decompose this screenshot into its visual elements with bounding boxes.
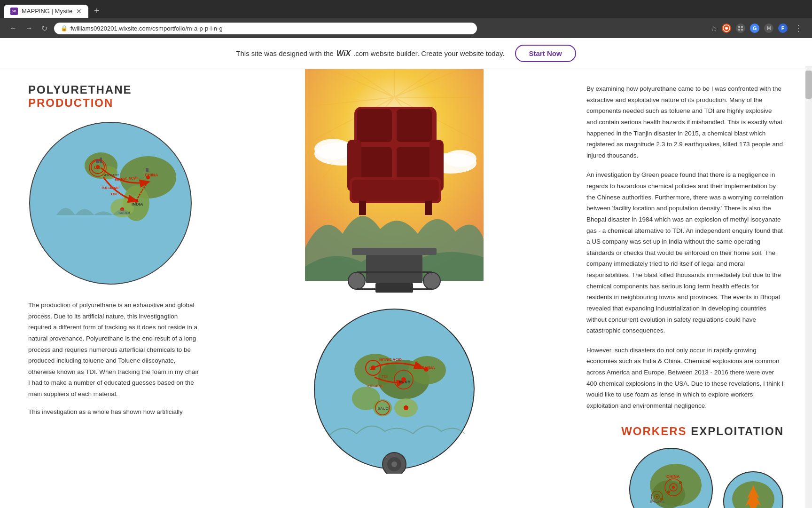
svg-point-42: [314, 139, 352, 159]
svg-point-82: [401, 377, 406, 382]
workers-map-section: CHINA BHOPAL: [586, 447, 784, 508]
banner-text-after: .com website builder. Create your websit…: [353, 49, 505, 57]
svg-rect-47: [397, 109, 432, 142]
svg-rect-2: [738, 26, 740, 28]
reload-button[interactable]: ↻: [39, 22, 49, 35]
svg-point-1: [725, 27, 728, 30]
map-illustration-svg: UK CHINA INDIA NITRIC ACID TDI TOLUENE G…: [28, 121, 193, 286]
wix-banner: This site was designed with the WiX .com…: [0, 38, 812, 69]
svg-point-59: [348, 272, 365, 289]
page-content: POLYURETHANE PRODUCTION: [0, 69, 812, 508]
extensions-icon: [736, 24, 745, 33]
svg-text:TOLUENE: TOLUENE: [101, 186, 119, 190]
svg-text:CHINA: CHINA: [666, 474, 680, 479]
svg-point-86: [391, 461, 397, 467]
svg-point-26: [134, 199, 138, 203]
start-now-button[interactable]: Start Now: [515, 45, 576, 62]
svg-text:SAUDI: SAUDI: [378, 406, 389, 411]
svg-rect-58: [375, 283, 413, 293]
workers-map-large: CHINA BHOPAL: [629, 447, 713, 508]
workers-title: WORKERS EXPLOITATION: [586, 425, 784, 438]
svg-text:INDIA: INDIA: [132, 202, 143, 206]
tab-close-button[interactable]: ✕: [76, 8, 82, 15]
svg-rect-56: [352, 248, 437, 255]
svg-point-24: [96, 165, 100, 169]
svg-text:TDI: TDI: [382, 374, 388, 379]
forward-button[interactable]: →: [23, 22, 35, 34]
svg-point-80: [371, 365, 375, 370]
svg-rect-5: [741, 29, 743, 31]
right-paragraph-1: By examining how polyurethane came to be…: [586, 83, 784, 161]
svg-point-99: [679, 481, 682, 484]
url-input[interactable]: 🔒 fwilliams0920201.wixsite.com/csmportfo…: [54, 23, 477, 34]
svg-point-95: [656, 496, 658, 498]
profile-icon[interactable]: F: [778, 24, 788, 33]
svg-point-83: [404, 405, 408, 410]
svg-rect-3: [741, 26, 743, 28]
title-highlight: PRODUCTION: [28, 96, 113, 109]
workers-plain: EXPLOITATION: [687, 425, 784, 437]
active-tab[interactable]: W MAPPING | Mysite ✕: [4, 5, 88, 18]
svg-text:BHOPAL: BHOPAL: [650, 500, 665, 504]
menu-button[interactable]: ⋮: [792, 21, 804, 35]
svg-point-44: [444, 150, 476, 167]
puzzle-icon: [764, 24, 773, 33]
svg-text:TDI: TDI: [110, 192, 117, 196]
wix-logo: WiX: [336, 49, 351, 58]
center-column: UK CHINA INDIA SAUDI NITRIC ACID TDI TOL…: [211, 69, 577, 508]
production-map-circle: UK CHINA INDIA NITRIC ACID TDI TOLUENE G…: [28, 121, 193, 286]
svg-rect-23: [146, 168, 148, 172]
url-text: fwilliams0920201.wixsite.com/csmportfoli…: [70, 25, 223, 32]
svg-rect-48: [357, 147, 392, 180]
svg-point-92: [672, 486, 675, 489]
svg-rect-21: [96, 159, 99, 163]
svg-text:GERMANY: GERMANY: [102, 174, 119, 177]
browser-chrome: W MAPPING | Mysite ✕ + ← → ↻ 🔒 fwilliams…: [0, 0, 812, 38]
favicon-letter: W: [12, 9, 16, 13]
security-lock-icon: 🔒: [61, 25, 68, 32]
bookmark-icon[interactable]: ☆: [710, 24, 717, 33]
tab-favicon: W: [10, 8, 18, 15]
svg-rect-46: [357, 109, 392, 142]
chrome-icon: [722, 24, 731, 33]
scrollbar-track[interactable]: [805, 66, 812, 508]
right-paragraph-3: However, such disasters do not only occu…: [586, 345, 784, 412]
svg-rect-49: [397, 147, 432, 180]
svg-point-81: [424, 367, 429, 372]
right-paragraph-2: An investigation by Green peace found th…: [586, 169, 784, 336]
bottom-paragraph-2: This investigation as a whole has shown …: [28, 406, 202, 418]
svg-point-100: [660, 498, 663, 500]
svg-point-6: [30, 122, 191, 284]
back-button[interactable]: ←: [8, 22, 19, 34]
left-column: POLYURETHANE PRODUCTION: [0, 69, 211, 508]
browser-toolbar-right: ☆ G F ⋮: [710, 21, 804, 35]
new-tab-button[interactable]: +: [90, 4, 103, 18]
workers-map-small: BHOPAL DISASTER: [723, 471, 784, 508]
google-icon: G: [750, 24, 759, 33]
svg-rect-4: [738, 29, 740, 31]
svg-point-98: [667, 491, 670, 493]
svg-point-25: [146, 175, 150, 179]
bottom-paragraph-1: The production of polyurethane is an exh…: [28, 300, 202, 400]
tab-title: MAPPING | Mysite: [22, 8, 72, 15]
right-column: By examining how polyurethane came to be…: [577, 69, 812, 508]
workers-highlight: WORKERS: [621, 425, 687, 437]
address-bar: ← → ↻ 🔒 fwilliams0920201.wixsite.com/csm…: [0, 18, 812, 38]
svg-text:TOLUENE: TOLUENE: [366, 384, 384, 388]
banner-text-before: This site was designed with the: [236, 49, 334, 57]
svg-rect-55: [425, 201, 432, 215]
tab-bar: W MAPPING | Mysite ✕ +: [0, 0, 812, 18]
bottom-left-text: The production of polyurethane is an exh…: [28, 300, 202, 417]
svg-rect-57: [366, 255, 422, 283]
svg-text:NITRIC ACID: NITRIC ACID: [379, 357, 402, 362]
svg-rect-53: [352, 180, 439, 201]
svg-rect-54: [359, 201, 366, 215]
page-title: POLYURETHANE PRODUCTION: [28, 83, 202, 110]
center-illustration-svg: UK CHINA INDIA SAUDI NITRIC ACID TDI TOL…: [211, 69, 577, 474]
scrollbar-thumb[interactable]: [805, 71, 812, 99]
svg-point-60: [423, 272, 440, 289]
title-plain: POLYURETHANE: [28, 83, 132, 96]
